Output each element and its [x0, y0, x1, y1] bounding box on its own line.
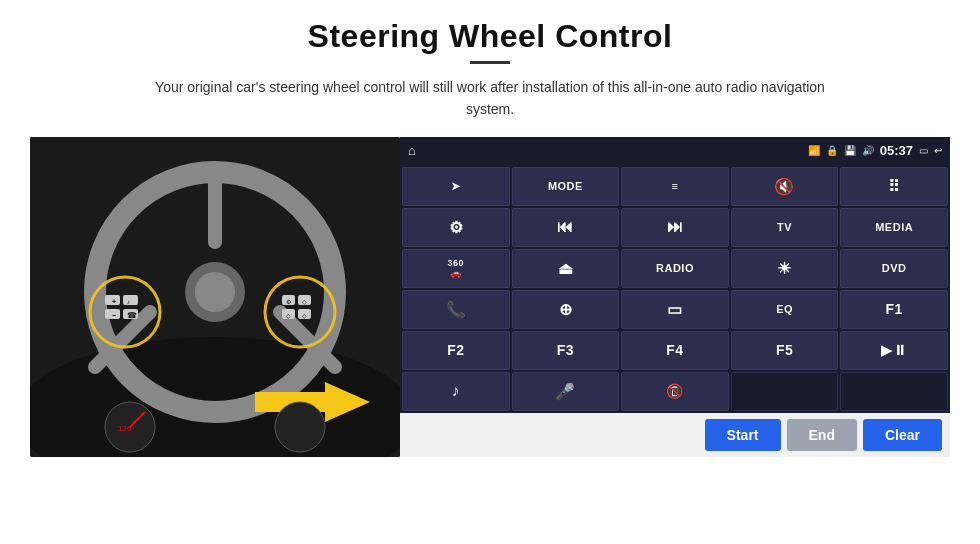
steering-wheel-image: + − ♪ ☎ ⚙ ◇ ◇ ◇ 12 — [30, 137, 400, 457]
control-panel: ⌂ 📶 🔒 💾 🔊 05:37 ▭ ↩ ➤ MODE ≡ 🔇 ⠿ — [400, 137, 950, 457]
content-row: + − ♪ ☎ ⚙ ◇ ◇ ◇ 12 — [30, 137, 950, 457]
home-icon[interactable]: ⌂ — [408, 143, 416, 158]
btn-eq[interactable]: EQ — [731, 290, 839, 329]
title-divider — [470, 61, 510, 64]
svg-point-29 — [275, 402, 325, 452]
btn-rect[interactable]: ▭ — [621, 290, 729, 329]
btn-f2[interactable]: F2 — [402, 331, 510, 370]
btn-mode[interactable]: MODE — [512, 167, 620, 206]
svg-point-7 — [195, 272, 235, 312]
status-right: 📶 🔒 💾 🔊 05:37 ▭ ↩ — [808, 143, 942, 158]
svg-text:+: + — [112, 298, 116, 305]
btn-media[interactable]: MEDIA — [840, 208, 948, 247]
btn-settings[interactable]: ⚙ — [402, 208, 510, 247]
page-title: Steering Wheel Control — [308, 18, 673, 55]
clear-button[interactable]: Clear — [863, 419, 942, 451]
window-icon: ▭ — [919, 145, 928, 156]
back-icon: ↩ — [934, 145, 942, 156]
btn-empty2 — [840, 372, 948, 411]
btn-f1[interactable]: F1 — [840, 290, 948, 329]
time-display: 05:37 — [880, 143, 913, 158]
btn-prev[interactable]: ⏮ — [512, 208, 620, 247]
btn-apps[interactable]: ⠿ — [840, 167, 948, 206]
status-bar: ⌂ 📶 🔒 💾 🔊 05:37 ▭ ↩ — [400, 137, 950, 165]
start-button[interactable]: Start — [705, 419, 781, 451]
svg-text:−: − — [112, 312, 116, 319]
svg-text:◇: ◇ — [302, 299, 307, 305]
btn-music[interactable]: ♪ — [402, 372, 510, 411]
btn-mic[interactable]: 🎤 — [512, 372, 620, 411]
page-subtitle: Your original car's steering wheel contr… — [150, 76, 830, 121]
btn-playpause[interactable]: ▶⏸ — [840, 331, 948, 370]
svg-text:⚙: ⚙ — [286, 299, 291, 305]
sd-icon: 💾 — [844, 145, 856, 156]
end-button[interactable]: End — [787, 419, 857, 451]
btn-bright[interactable]: ☀ — [731, 249, 839, 288]
button-grid: ➤ MODE ≡ 🔇 ⠿ ⚙ ⏮ ⏭ TV MEDIA 360🚗 ⏏ RADIO… — [400, 165, 950, 413]
bt-icon: 🔊 — [862, 145, 874, 156]
btn-navi[interactable]: ⊕ — [512, 290, 620, 329]
btn-phone[interactable]: 📞 — [402, 290, 510, 329]
btn-mute[interactable]: 🔇 — [731, 167, 839, 206]
svg-text:◇: ◇ — [302, 313, 307, 319]
btn-dvd[interactable]: DVD — [840, 249, 948, 288]
svg-text:◇: ◇ — [286, 313, 291, 319]
btn-f4[interactable]: F4 — [621, 331, 729, 370]
btn-eject[interactable]: ⏏ — [512, 249, 620, 288]
svg-rect-11 — [123, 295, 138, 305]
btn-360[interactable]: 360🚗 — [402, 249, 510, 288]
btn-f3[interactable]: F3 — [512, 331, 620, 370]
btn-nav[interactable]: ➤ — [402, 167, 510, 206]
svg-text:♪: ♪ — [127, 299, 130, 305]
lock-icon: 🔒 — [826, 145, 838, 156]
svg-text:120: 120 — [118, 424, 132, 433]
btn-tv[interactable]: TV — [731, 208, 839, 247]
btn-hangup[interactable]: 📵 — [621, 372, 729, 411]
page: Steering Wheel Control Your original car… — [0, 0, 980, 544]
svg-text:☎: ☎ — [127, 311, 137, 320]
btn-radio[interactable]: RADIO — [621, 249, 729, 288]
wifi-icon: 📶 — [808, 145, 820, 156]
btn-list[interactable]: ≡ — [621, 167, 729, 206]
status-left: ⌂ — [408, 143, 416, 158]
btn-next[interactable]: ⏭ — [621, 208, 729, 247]
btn-empty1 — [731, 372, 839, 411]
bottom-action-bar: Start End Clear — [400, 413, 950, 457]
btn-f5[interactable]: F5 — [731, 331, 839, 370]
